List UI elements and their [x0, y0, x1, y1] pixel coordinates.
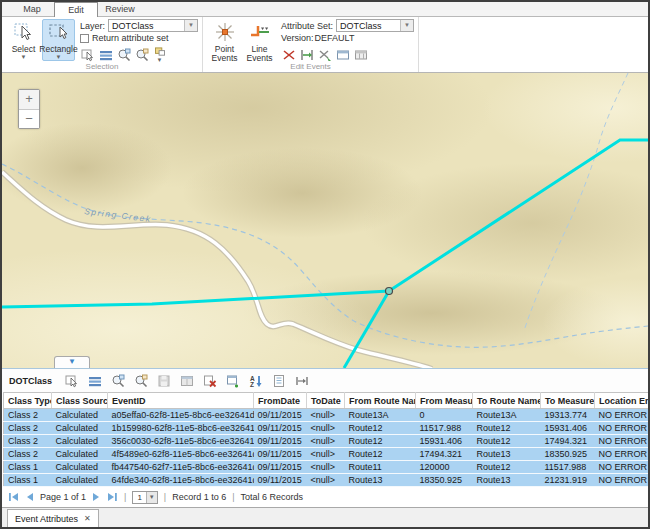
- table-row[interactable]: Class 2Calculateda05effa0-62f8-11e5-8bc6…: [4, 409, 650, 422]
- table-cell[interactable]: 09/11/2015: [254, 448, 307, 461]
- route-junction-marker[interactable]: [386, 288, 393, 295]
- event-panel-icon[interactable]: [335, 47, 350, 63]
- sort-records-icon[interactable]: AZ: [248, 373, 263, 388]
- table-cell[interactable]: Class 2: [4, 409, 52, 422]
- zoom-out-button[interactable]: −: [19, 109, 39, 128]
- panel-collapse-button[interactable]: ▼: [54, 356, 90, 368]
- pan-to-selected-record-icon[interactable]: [133, 373, 148, 388]
- previous-page-button[interactable]: [25, 492, 34, 502]
- table-cell[interactable]: 120000: [416, 461, 473, 474]
- table-cell[interactable]: Class 2: [4, 448, 52, 461]
- table-cell[interactable]: Route12: [345, 448, 416, 461]
- table-cell[interactable]: 19313.774: [541, 409, 595, 422]
- table-cell[interactable]: 18350.925: [541, 448, 595, 461]
- attribute-window-icon[interactable]: [179, 373, 194, 388]
- tab-edit[interactable]: Edit: [54, 2, 98, 17]
- event-attributes-dock-tab[interactable]: Event Attributes ✕: [7, 509, 99, 527]
- table-cell[interactable]: Calculated: [52, 461, 108, 474]
- table-cell[interactable]: NO ERROR: [595, 448, 650, 461]
- table-cell[interactable]: a05effa0-62f8-11e5-8bc6-ee32641d5ec9: [108, 409, 254, 422]
- table-cell[interactable]: Route12: [473, 435, 541, 448]
- return-attribute-set-checkbox[interactable]: [80, 34, 89, 43]
- column-header[interactable]: To Route Name: [473, 393, 541, 409]
- table-cell[interactable]: 09/11/2015: [254, 422, 307, 435]
- select-records-icon[interactable]: [64, 373, 79, 388]
- table-cell[interactable]: 64fde340-62f8-11e5-8bc6-ee32641d5ec9: [108, 474, 254, 487]
- table-cell[interactable]: Class 1: [4, 461, 52, 474]
- table-cell[interactable]: Route13A: [473, 409, 541, 422]
- page-number-combobox[interactable]: 1 ▼: [132, 491, 157, 504]
- zoom-to-selection-icon[interactable]: [116, 47, 131, 63]
- column-header[interactable]: From Route Name: [345, 393, 416, 409]
- page-combobox-arrow-icon[interactable]: ▼: [146, 492, 157, 503]
- table-cell[interactable]: NO ERROR: [595, 435, 650, 448]
- report-icon[interactable]: [271, 373, 286, 388]
- next-page-button[interactable]: [92, 492, 101, 502]
- table-cell[interactable]: Route12: [345, 422, 416, 435]
- table-cell[interactable]: NO ERROR: [595, 474, 650, 487]
- column-header[interactable]: FromDate: [254, 393, 307, 409]
- column-header[interactable]: Class Source: [52, 393, 108, 409]
- column-header[interactable]: EventID: [108, 393, 254, 409]
- table-cell[interactable]: <null>: [307, 448, 345, 461]
- table-cell[interactable]: Class 1: [4, 474, 52, 487]
- event-table-icon[interactable]: [353, 47, 368, 63]
- show-all-records-icon[interactable]: [87, 373, 102, 388]
- rectangle-tool-button[interactable]: Rectangle ▼: [42, 19, 75, 61]
- extend-event-icon[interactable]: [299, 47, 314, 63]
- table-cell[interactable]: Class 2: [4, 435, 52, 448]
- table-cell[interactable]: Calculated: [52, 409, 108, 422]
- close-tab-icon[interactable]: ✕: [84, 514, 91, 523]
- point-events-button[interactable]: Point Events: [208, 19, 241, 61]
- table-cell[interactable]: 11517.988: [541, 461, 595, 474]
- rectangle-dropdown-caret[interactable]: ▼: [56, 54, 62, 60]
- column-header[interactable]: From Measure: [416, 393, 473, 409]
- attribute-list-icon[interactable]: [98, 47, 113, 63]
- table-cell[interactable]: Route12: [473, 461, 541, 474]
- table-cell[interactable]: 0: [416, 409, 473, 422]
- table-row[interactable]: Class 1Calculatedfb447540-62f7-11e5-8bc6…: [4, 461, 650, 474]
- save-edits-icon[interactable]: [156, 373, 171, 388]
- selection-options-icon[interactable]: ▼: [152, 47, 167, 63]
- column-header[interactable]: To Measure: [541, 393, 595, 409]
- table-cell[interactable]: Route13: [473, 448, 541, 461]
- table-cell[interactable]: Route12: [473, 422, 541, 435]
- column-header[interactable]: Class Type: [4, 393, 52, 409]
- first-page-button[interactable]: [8, 492, 19, 502]
- select-features-icon[interactable]: [80, 47, 95, 63]
- attribute-set-dropdown-arrow-icon[interactable]: ▼: [400, 20, 413, 31]
- table-cell[interactable]: 09/11/2015: [254, 435, 307, 448]
- table-cell[interactable]: fb447540-62f7-11e5-8bc6-ee32641d5ec9: [108, 461, 254, 474]
- table-cell[interactable]: 09/11/2015: [254, 474, 307, 487]
- table-cell[interactable]: 15931.406: [416, 435, 473, 448]
- table-row[interactable]: Class 2Calculated4f5489e0-62f8-11e5-8bc6…: [4, 448, 650, 461]
- layer-dropdown-arrow-icon[interactable]: ▼: [184, 20, 197, 31]
- table-cell[interactable]: Calculated: [52, 435, 108, 448]
- add-record-icon[interactable]: [225, 373, 240, 388]
- table-cell[interactable]: <null>: [307, 435, 345, 448]
- table-cell[interactable]: Calculated: [52, 448, 108, 461]
- table-cell[interactable]: 17494.321: [541, 435, 595, 448]
- table-cell[interactable]: <null>: [307, 422, 345, 435]
- split-event-icon[interactable]: [281, 47, 296, 63]
- table-cell[interactable]: 21231.919: [541, 474, 595, 487]
- table-cell[interactable]: 18350.925: [416, 474, 473, 487]
- select-dropdown-caret[interactable]: ▼: [21, 54, 27, 60]
- column-header[interactable]: Location Error: [595, 393, 650, 409]
- table-cell[interactable]: 09/11/2015: [254, 409, 307, 422]
- trim-event-icon[interactable]: [317, 47, 332, 63]
- table-cell[interactable]: Route13: [473, 474, 541, 487]
- measure-range-icon[interactable]: [294, 373, 309, 388]
- zoom-in-button[interactable]: +: [19, 90, 39, 109]
- table-cell[interactable]: 1b159980-62f8-11e5-8bc6-ee32641d5ec9: [108, 422, 254, 435]
- table-cell[interactable]: <null>: [307, 461, 345, 474]
- table-cell[interactable]: 11517.988: [416, 422, 473, 435]
- table-row[interactable]: Class 2Calculated1b159980-62f8-11e5-8bc6…: [4, 422, 650, 435]
- table-cell[interactable]: NO ERROR: [595, 461, 650, 474]
- table-cell[interactable]: Route13: [345, 474, 416, 487]
- table-cell[interactable]: Calculated: [52, 422, 108, 435]
- delete-record-icon[interactable]: [202, 373, 217, 388]
- map-view[interactable]: Spring Creek + − ▼: [2, 73, 648, 368]
- tab-map[interactable]: Map: [10, 2, 54, 16]
- table-cell[interactable]: 4f5489e0-62f8-11e5-8bc6-ee32641d5ec9: [108, 448, 254, 461]
